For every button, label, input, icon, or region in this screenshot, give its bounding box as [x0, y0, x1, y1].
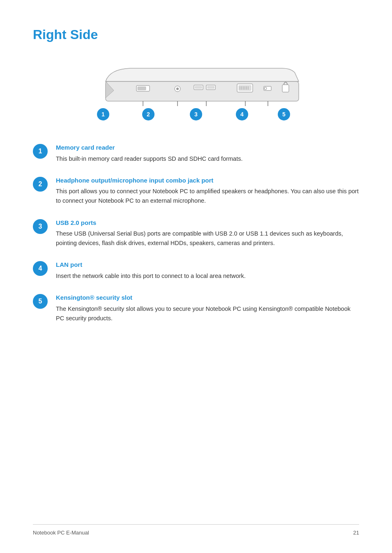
- items-list: 1Memory card readerThis built-in memory …: [33, 143, 359, 323]
- callout-1: 1: [97, 108, 109, 120]
- item-row-3: 3USB 2.0 portsThese USB (Universal Seria…: [33, 218, 359, 248]
- item-content-1: Memory card readerThis built-in memory c…: [56, 143, 243, 164]
- svg-rect-18: [264, 86, 271, 90]
- callout-4: 4: [236, 108, 248, 120]
- item-content-2: Headphone output/microphone input combo …: [56, 176, 359, 206]
- page-title: Right Side: [33, 25, 359, 44]
- item-desc-2: This port allows you to connect your Not…: [56, 187, 359, 206]
- item-badge-4: 4: [33, 261, 48, 276]
- svg-rect-20: [282, 85, 289, 92]
- item-badge-2: 2: [33, 177, 48, 192]
- item-row-2: 2Headphone output/microphone input combo…: [33, 176, 359, 206]
- item-title-2: Headphone output/microphone input combo …: [56, 176, 359, 185]
- item-content-5: Kensington® security slotThe Kensington®…: [56, 293, 359, 323]
- laptop-diagram: 1 2 3 4 5: [81, 61, 311, 110]
- item-title-1: Memory card reader: [56, 143, 243, 153]
- item-desc-5: The Kensington® security slot allows you…: [56, 304, 359, 323]
- item-row-1: 1Memory card readerThis built-in memory …: [33, 143, 359, 164]
- item-title-4: LAN port: [56, 260, 246, 270]
- callout-2: 2: [142, 108, 154, 120]
- svg-rect-3: [138, 87, 146, 90]
- item-badge-5: 5: [33, 294, 48, 309]
- svg-point-5: [176, 88, 179, 90]
- footer: Notebook PC E-Manual 21: [33, 524, 359, 537]
- item-title-5: Kensington® security slot: [56, 293, 359, 303]
- diagram-area: 1 2 3 4 5: [33, 57, 359, 127]
- laptop-svg: [81, 61, 311, 106]
- item-content-3: USB 2.0 portsThese USB (Universal Serial…: [56, 218, 359, 248]
- svg-rect-8: [195, 86, 202, 88]
- item-desc-1: This built-in memory card reader support…: [56, 154, 243, 164]
- callout-5: 5: [278, 108, 290, 120]
- svg-rect-9: [208, 86, 214, 88]
- svg-rect-0: [106, 81, 299, 101]
- item-title-3: USB 2.0 ports: [56, 218, 359, 228]
- item-desc-4: Insert the network cable into this port …: [56, 271, 246, 281]
- item-desc-3: These USB (Universal Serial Bus) ports a…: [56, 229, 359, 248]
- footer-right: 21: [353, 529, 359, 537]
- item-row-4: 4LAN portInsert the network cable into t…: [33, 260, 359, 281]
- callout-3: 3: [190, 108, 202, 120]
- item-row-5: 5Kensington® security slotThe Kensington…: [33, 293, 359, 323]
- footer-left: Notebook PC E-Manual: [33, 529, 89, 537]
- item-badge-1: 1: [33, 144, 48, 159]
- item-badge-3: 3: [33, 219, 48, 234]
- item-content-4: LAN portInsert the network cable into th…: [56, 260, 246, 281]
